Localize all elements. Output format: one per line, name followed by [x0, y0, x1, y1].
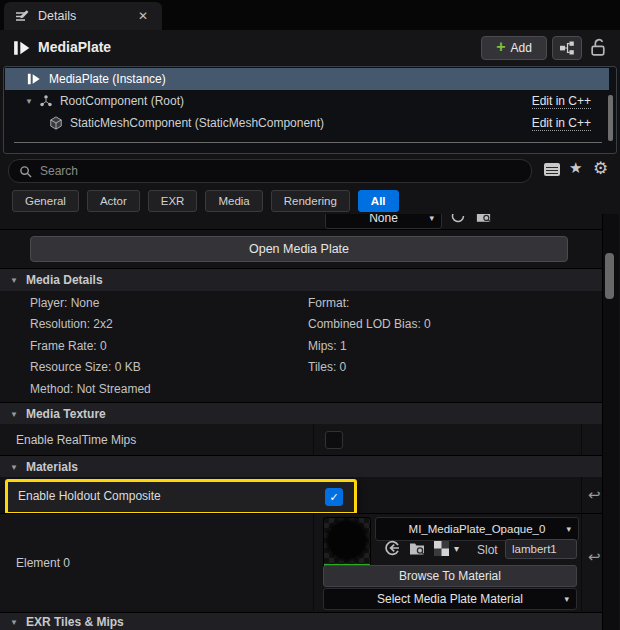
tab-label: Details — [38, 9, 76, 23]
gear-icon: ⚙ — [593, 159, 608, 178]
select-material-label: Select Media Plate Material — [377, 592, 523, 606]
tree-label: MediaPlate (Instance) — [49, 72, 166, 86]
tab-details[interactable]: Details ✕ — [4, 2, 162, 30]
expander-icon[interactable]: ▼ — [25, 97, 33, 106]
slot-name-input[interactable]: lambert1 — [505, 539, 577, 559]
revert-button[interactable]: ↩ — [588, 486, 601, 504]
close-icon[interactable]: ✕ — [138, 9, 148, 23]
section-media-texture[interactable]: ▼ Media Texture — [0, 402, 602, 425]
holdout-highlight-box: Enable Holdout Composite ✓ — [5, 479, 357, 515]
main-scrollbar-thumb[interactable] — [605, 253, 614, 299]
select-media-plate-material-dropdown[interactable]: Select Media Plate Material ▾ — [323, 588, 577, 610]
section-title: EXR Tiles & Mips — [26, 615, 124, 629]
property-label: Element 0 — [16, 556, 70, 570]
rail-divider — [581, 424, 582, 455]
slot-label: Slot — [477, 543, 498, 557]
blueprint-graph-button[interactable] — [552, 36, 582, 60]
filter-actor[interactable]: Actor — [87, 190, 140, 212]
holdout-composite-checkbox[interactable]: ✓ — [325, 488, 343, 506]
info-tiles: Tiles: 0 — [308, 360, 346, 374]
tree-separator — [14, 142, 602, 143]
section-arrow-icon: ▼ — [10, 276, 18, 285]
property-label: Enable Holdout Composite — [18, 489, 161, 503]
rail-divider — [581, 477, 582, 513]
chevron-down-icon: ▾ — [429, 214, 434, 223]
media-source-value: None — [369, 214, 398, 225]
rail-divider — [581, 514, 582, 611]
row-separator — [0, 229, 602, 230]
filter-all[interactable]: All — [358, 190, 399, 212]
section-title: Materials — [26, 460, 78, 474]
browse-to-icon — [475, 214, 492, 224]
property-label: Enable RealTime Mips — [16, 433, 136, 447]
add-label: Add — [510, 41, 531, 55]
search-icon — [19, 165, 32, 178]
tree-scrollbar[interactable] — [608, 95, 613, 141]
tree-label: RootComponent (Root) — [60, 94, 184, 108]
material-asset-dropdown[interactable]: MI_MediaPlate_Opaque_0 ▾ — [375, 517, 579, 541]
section-media-details[interactable]: ▼ Media Details — [0, 268, 602, 291]
filter-exr[interactable]: EXR — [148, 190, 198, 212]
details-panel: Details ✕ MediaPlate + Add — [0, 0, 620, 630]
section-materials[interactable]: ▼ Materials — [0, 455, 602, 478]
use-selected-icon — [383, 539, 401, 557]
tree-row-rootcomponent[interactable]: ▼ RootComponent (Root) Edit in C++ — [5, 90, 609, 112]
edit-in-cpp-link[interactable]: Edit in C++ — [532, 116, 591, 131]
filter-media[interactable]: Media — [205, 190, 262, 212]
material-name: MI_MediaPlate_Opaque_0 — [409, 523, 546, 535]
realtime-mips-checkbox[interactable] — [325, 431, 343, 449]
browse-to-material-button[interactable]: Browse To Material — [323, 565, 577, 587]
history-button[interactable] — [450, 214, 466, 227]
info-player: Player: None — [30, 296, 99, 310]
search-row: Search ★ ⚙ — [0, 156, 620, 186]
section-title: Media Details — [26, 273, 103, 287]
mediaplate-icon — [27, 72, 41, 86]
edit-in-cpp-link[interactable]: Edit in C++ — [532, 94, 591, 109]
row-realtime-mips: Enable RealTime Mips — [0, 424, 602, 455]
details-pencil-icon — [14, 8, 30, 24]
info-resource-size: Resource Size: 0 KB — [30, 360, 141, 374]
section-exr-tiles-mips[interactable]: ▼ EXR Tiles & Mips — [0, 612, 602, 630]
chevron-down-icon: ▾ — [566, 524, 571, 534]
check-icon: ✓ — [329, 491, 338, 504]
media-source-dropdown[interactable]: None ▾ — [325, 214, 442, 229]
column-splitter[interactable] — [313, 424, 314, 455]
section-arrow-icon: ▼ — [10, 618, 18, 627]
actor-title: MediaPlate — [38, 39, 111, 55]
filter-rendering[interactable]: Rendering — [271, 190, 350, 212]
section-arrow-icon: ▼ — [10, 410, 18, 419]
browse-to-icon — [408, 540, 426, 557]
use-selected-asset-button[interactable] — [383, 539, 401, 560]
chevron-down-icon[interactable]: ▾ — [454, 543, 459, 554]
search-input[interactable]: Search — [8, 159, 532, 183]
open-media-plate-button[interactable]: Open Media Plate — [30, 236, 568, 262]
material-thumbnail[interactable] — [323, 517, 371, 569]
revert-button[interactable]: ↩ — [588, 548, 601, 566]
add-button[interactable]: + Add — [481, 36, 547, 60]
texture-options-button[interactable] — [434, 541, 449, 559]
scene-component-icon — [39, 94, 53, 108]
favorites-button[interactable]: ★ — [569, 159, 582, 177]
info-lod-bias: Combined LOD Bias: 0 — [308, 317, 431, 331]
display-filter-button[interactable] — [543, 161, 561, 181]
actor-header: MediaPlate + Add — [0, 30, 620, 66]
material-preview-sphere — [324, 518, 370, 564]
lock-open-icon — [590, 38, 607, 57]
static-mesh-icon — [49, 116, 63, 130]
browse-to-asset-button[interactable] — [408, 540, 426, 560]
filter-general[interactable]: General — [12, 190, 79, 212]
node-graph-icon — [559, 40, 575, 56]
tree-row-staticmesh[interactable]: StaticMeshComponent (StaticMeshComponent… — [5, 112, 609, 134]
display-filter-icon — [543, 161, 561, 178]
chevron-down-icon: ▾ — [564, 594, 569, 604]
settings-button[interactable]: ⚙ — [593, 158, 608, 179]
search-placeholder: Search — [40, 164, 78, 178]
clipped-media-source-row: None ▾ — [0, 214, 602, 229]
lock-button[interactable] — [586, 35, 610, 59]
star-icon: ★ — [569, 159, 582, 176]
browse-button[interactable] — [475, 214, 492, 227]
tree-row-mediaplate[interactable]: MediaPlate (Instance) — [5, 68, 609, 90]
tree-label: StaticMeshComponent (StaticMeshComponent… — [70, 116, 324, 130]
column-splitter[interactable] — [313, 514, 314, 611]
tab-bar: Details ✕ — [0, 0, 620, 30]
